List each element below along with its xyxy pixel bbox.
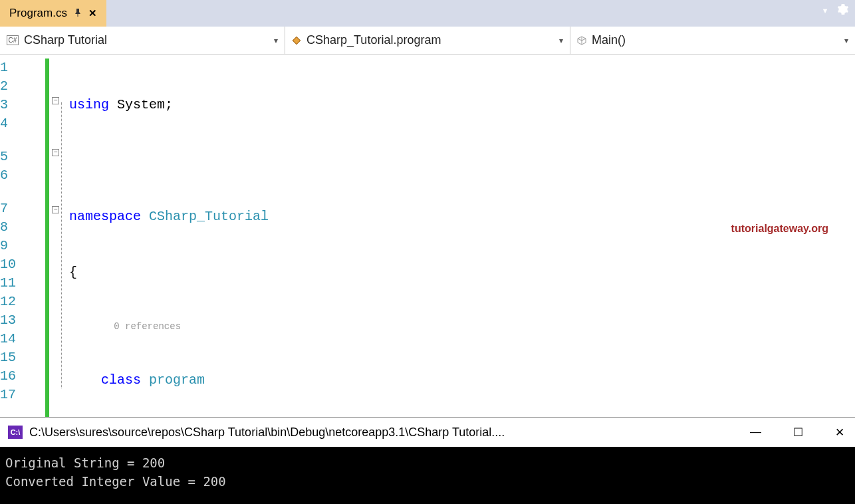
code-content[interactable]: using System; namespace CSharp_Tutorial …: [69, 55, 855, 417]
line-number: 5: [0, 148, 36, 166]
line-number: 8: [0, 218, 36, 237]
maximize-icon[interactable]: ☐: [793, 426, 803, 440]
gear-icon[interactable]: [838, 4, 848, 18]
class-icon: [292, 36, 301, 45]
line-number: 7: [0, 199, 36, 218]
line-number: 12: [0, 293, 36, 311]
nav-class-label: CSharp_Tutorial.program: [306, 33, 441, 47]
close-icon[interactable]: ✕: [88, 7, 97, 19]
line-number: 11: [0, 274, 36, 293]
nav-project-label: CSharp Tutorial: [24, 33, 107, 47]
tab-bar-controls: ▾: [822, 4, 848, 18]
line-number: 14: [0, 330, 36, 348]
console-title-text: C:\Users\sures\source\repos\CSharp Tutor…: [29, 426, 505, 440]
console-window: C:\ C:\Users\sures\source\repos\CSharp T…: [0, 417, 855, 504]
console-output[interactable]: Original String = 200 Converted Integer …: [0, 447, 855, 504]
line-number: 9: [0, 237, 36, 255]
line-number: 15: [0, 348, 36, 367]
line-number: 6: [0, 166, 36, 185]
line-number: 13: [0, 311, 36, 330]
dropdown-icon[interactable]: ▾: [822, 4, 828, 18]
line-number-gutter: 1 2 3 4 5 6 7 8 9 10 11 12 13 14 15 16 1…: [0, 55, 43, 417]
chevron-down-icon: ▾: [559, 36, 563, 45]
line-number: 2: [0, 77, 36, 96]
active-tab[interactable]: Program.cs ✕: [0, 0, 106, 27]
document-tab-bar: Program.cs ✕ ▾: [0, 0, 855, 27]
watermark-text: tutorialgateway.org: [731, 219, 828, 238]
minimize-icon[interactable]: —: [750, 426, 761, 440]
line-number: 17: [0, 386, 36, 404]
code-nav-bar: C# CSharp Tutorial ▾ CSharp_Tutorial.pro…: [0, 27, 855, 55]
code-editor[interactable]: 1 2 3 4 5 6 7 8 9 10 11 12 13 14 15 16 1…: [0, 55, 855, 417]
line-number: 4: [0, 114, 36, 133]
chevron-down-icon: ▾: [844, 36, 848, 45]
nav-class-dropdown[interactable]: CSharp_Tutorial.program ▾: [285, 27, 570, 54]
pin-icon[interactable]: [74, 9, 82, 19]
line-number: 1: [0, 59, 36, 77]
line-number: 10: [0, 255, 36, 274]
svg-rect-0: [293, 37, 300, 44]
line-number: [0, 185, 36, 199]
console-app-icon: C:\: [8, 426, 23, 439]
close-icon[interactable]: ✕: [835, 426, 844, 440]
nav-method-dropdown[interactable]: Main() ▾: [570, 27, 855, 54]
codelens-references[interactable]: 0 references: [69, 317, 181, 336]
line-number: [0, 133, 36, 148]
nav-project-dropdown[interactable]: C# CSharp Tutorial ▾: [0, 27, 285, 54]
fold-column: − − −: [43, 55, 59, 417]
line-number: 16: [0, 367, 36, 386]
console-titlebar[interactable]: C:\ C:\Users\sures\source\repos\CSharp T…: [0, 418, 855, 447]
chevron-down-icon: ▾: [274, 36, 278, 45]
nav-method-label: Main(): [592, 33, 626, 47]
line-number: 3: [0, 96, 36, 114]
csharp-icon: C#: [7, 35, 19, 45]
outline-column: [59, 55, 69, 417]
method-icon: [577, 36, 586, 45]
tab-filename: Program.cs: [9, 7, 67, 20]
